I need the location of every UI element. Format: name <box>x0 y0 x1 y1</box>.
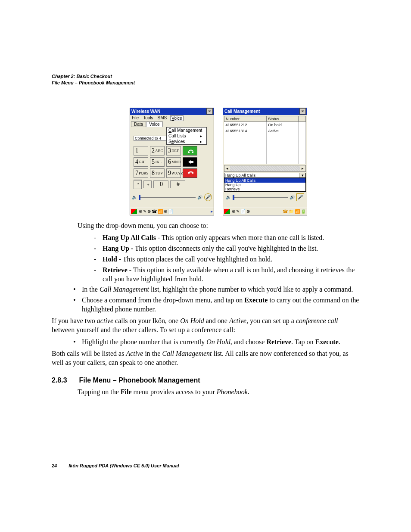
key-5[interactable]: 5JKL <box>150 157 165 167</box>
action-dropdown[interactable]: Hang Up All Calls ▾ <box>224 173 306 178</box>
menu-voice[interactable]: Voice <box>170 115 183 121</box>
page-number: 24 <box>52 463 57 468</box>
key-star[interactable]: * <box>134 180 142 188</box>
close-icon[interactable]: × <box>299 108 306 115</box>
table-row[interactable]: 4165551314 Active <box>224 128 306 134</box>
menubar[interactable]: File Tools SMS Voice <box>130 115 214 121</box>
key-8[interactable]: 8TUV <box>150 168 165 178</box>
volume-high-icon: 🔊 <box>290 195 295 199</box>
key-3[interactable]: 3DEF <box>166 146 181 156</box>
mute-icon[interactable]: 🎤 <box>204 193 212 201</box>
calls-table[interactable]: Number Status 4165551212 On hold 4165551… <box>224 116 306 164</box>
volume-low-icon: 🔈 <box>132 195 137 199</box>
taskbar[interactable]: ⊕✎⊕☎📶⊕📄 ▸ <box>130 208 214 215</box>
tab-voice[interactable]: Voice <box>146 121 162 127</box>
system-tray[interactable]: ⊕✎📄⊕ <box>232 209 250 214</box>
menu-sms[interactable]: SMS <box>156 115 168 121</box>
volume-low-icon: 🔈 <box>226 195 231 199</box>
backspace-button[interactable] <box>183 157 197 167</box>
submenu-call-lists[interactable]: Call Lists▸ <box>167 133 206 139</box>
taskbar[interactable]: ⊕✎📄⊕ ☎📁📶🔋 <box>223 208 307 215</box>
key-0[interactable]: 0 <box>153 180 168 188</box>
key-2[interactable]: 2ABC <box>150 146 165 156</box>
header-section: File Menu – Phonebook Management <box>52 80 359 86</box>
window-title: Call Management <box>224 109 260 114</box>
voice-submenu[interactable]: Call Management Call Lists▸ Services▸ <box>166 127 207 145</box>
key-hash[interactable]: # <box>170 180 185 188</box>
list-item: Highlight the phone number that is curre… <box>52 338 359 347</box>
system-tray[interactable]: ⊕✎⊕☎📶⊕📄 <box>139 209 173 214</box>
mute-icon[interactable]: 🎤 <box>296 193 304 201</box>
scroll-left-icon[interactable]: ◂ <box>224 166 230 171</box>
window-title: Wireless WAN <box>131 109 160 114</box>
option-hangup[interactable]: Hang Up <box>224 183 305 187</box>
horizontal-scrollbar[interactable]: ◂ ▸ <box>224 165 306 172</box>
key-6[interactable]: 6MNO <box>166 157 181 167</box>
tab-data[interactable]: Data <box>131 121 146 127</box>
list-item: Retrieve - This option is only available… <box>52 266 359 284</box>
section-heading: 2.8.3 File Menu – Phonebook Management <box>52 376 359 385</box>
option-retrieve[interactable]: Retrieve <box>224 187 305 191</box>
tray-expand-icon[interactable]: ▸ <box>211 209 213 214</box>
hangup-button[interactable] <box>183 168 197 178</box>
tabs[interactable]: Data Voice <box>130 121 214 127</box>
chevron-down-icon[interactable]: ▾ <box>299 173 305 177</box>
call-button[interactable] <box>183 146 197 156</box>
paragraph: Using the drop-down menu, you can choose… <box>52 221 359 230</box>
list-item: Hang Up - This option disconnects only t… <box>52 244 359 253</box>
list-item: In the Call Management list, highlight t… <box>52 285 359 294</box>
key-9[interactable]: 9WXYZ <box>166 168 181 178</box>
call-management-window: Call Management × Number Status 41655512… <box>223 108 307 215</box>
header-chapter: Chapter 2: Basic Checkout <box>52 73 359 80</box>
titlebar[interactable]: Wireless WAN × <box>130 108 214 115</box>
running-header: Chapter 2: Basic Checkout File Menu – Ph… <box>52 73 359 86</box>
col-status[interactable]: Status <box>267 116 299 121</box>
section-number: 2.8.3 <box>52 376 67 385</box>
start-icon[interactable] <box>224 209 230 214</box>
table-row[interactable]: 4165551212 On hold <box>224 121 306 128</box>
close-icon[interactable]: × <box>206 108 213 115</box>
wireless-wan-window: Wireless WAN × File Tools SMS Voice Data… <box>130 108 214 215</box>
titlebar[interactable]: Call Management × <box>223 108 307 115</box>
start-icon[interactable] <box>131 209 137 214</box>
key-4[interactable]: 4GHI <box>134 157 148 167</box>
paragraph: If you have two active calls on your Ikô… <box>52 317 359 335</box>
list-item: Hold - This option places the call you'v… <box>52 255 359 264</box>
section-title: File Menu – Phonebook Management <box>79 376 200 385</box>
key-plus[interactable]: + <box>143 180 152 188</box>
paragraph: Both calls will be listed as Active in t… <box>52 349 359 367</box>
action-dropdown-list[interactable]: Hang Up All Calls Hang Up Retrieve <box>224 178 306 192</box>
page-footer: 24 Ikôn Rugged PDA (Windows CE 5.0) User… <box>52 463 179 468</box>
volume-slider[interactable]: 🔈 🔊 🎤 <box>130 193 214 202</box>
paragraph: Tapping on the File menu provides access… <box>52 388 359 397</box>
submenu-call-management[interactable]: Call Management <box>167 128 206 133</box>
key-7[interactable]: 7PQRS <box>134 168 148 178</box>
list-item: Choose a command from the drop-down menu… <box>52 296 359 314</box>
submenu-services[interactable]: Services▸ <box>167 139 206 144</box>
option-hangup-all[interactable]: Hang Up All Calls <box>224 178 305 183</box>
list-item: Hang Up All Calls - This option only app… <box>52 233 359 243</box>
volume-high-icon: 🔊 <box>197 195 202 199</box>
key-1[interactable]: 1 <box>134 146 148 156</box>
menu-tools[interactable]: Tools <box>142 115 154 121</box>
footer-title: Ikôn Rugged PDA (Windows CE 5.0) User Ma… <box>68 463 179 468</box>
menu-file[interactable]: File <box>131 115 140 121</box>
col-number[interactable]: Number <box>224 116 267 121</box>
system-tray-right[interactable]: ☎📁📶🔋 <box>283 209 306 214</box>
scroll-right-icon[interactable]: ▸ <box>300 166 305 171</box>
connection-status: Connected to 4 <box>134 136 166 141</box>
volume-slider[interactable]: 🔈 🔊 🎤 <box>224 193 306 202</box>
